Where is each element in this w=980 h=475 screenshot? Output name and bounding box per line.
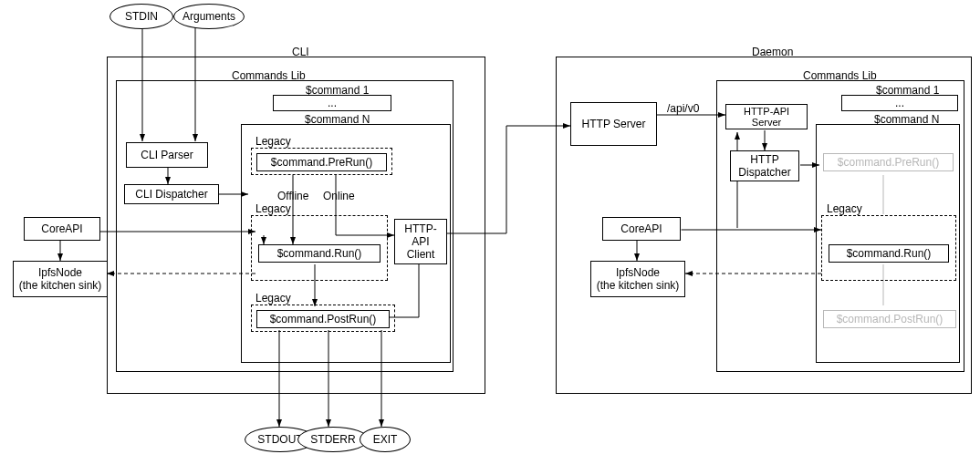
http-api-server: HTTP-API Server: [725, 104, 808, 129]
cli-dispatcher: CLI Dispatcher: [124, 184, 219, 204]
cli-dots: ...: [328, 97, 337, 109]
daemon-postrun-text: $command.PostRun(): [837, 313, 944, 325]
http-server-label: HTTP Server: [582, 118, 646, 130]
daemon-commands-lib-title: Commands Lib: [803, 69, 877, 82]
http-dispatcher-label: HTTP Dispatcher: [733, 153, 797, 179]
daemon-coreapi: CoreAPI: [602, 217, 681, 241]
daemon-postrun: $command.PostRun(): [823, 310, 956, 328]
cli-prerun: $command.PreRun(): [256, 153, 387, 171]
daemon-run: $command.Run(): [829, 244, 949, 263]
cli-offline-label: Offline: [277, 190, 308, 202]
cli-legacy-run-label: Legacy: [255, 202, 291, 215]
arguments-label: Arguments: [182, 10, 235, 23]
cli-dispatcher-label: CLI Dispatcher: [135, 188, 207, 201]
stderr-label: STDERR: [310, 433, 355, 446]
cli-postrun: $command.PostRun(): [256, 310, 390, 328]
daemon-title: Daemon: [752, 46, 793, 58]
cli-legacy-prerun-label: Legacy: [255, 135, 291, 148]
cli-parser-label: CLI Parser: [141, 149, 193, 161]
cli-parser: CLI Parser: [126, 142, 208, 168]
http-api-client: HTTP-API Client: [394, 219, 447, 264]
cli-run-text: $command.Run(): [277, 247, 362, 260]
daemon-ipfsnode: IpfsNode (the kitchen sink): [590, 261, 685, 297]
ipfsnode-left-label: IpfsNode (the kitchen sink): [19, 266, 102, 292]
http-dispatcher: HTTP Dispatcher: [730, 150, 799, 181]
cli-run: $command.Run(): [258, 244, 381, 263]
cli-legacy-postrun-label: Legacy: [255, 292, 291, 305]
http-server: HTTP Server: [570, 102, 657, 146]
daemon-legacy-run-label: Legacy: [827, 202, 862, 215]
daemon-prerun: $command.PreRun(): [823, 153, 954, 171]
cli-prerun-text: $command.PreRun(): [271, 156, 372, 169]
coreapi-left-label: CoreAPI: [41, 222, 82, 235]
api-v0-label: /api/v0: [667, 102, 699, 115]
stderr-node: STDERR: [297, 427, 369, 452]
cli-title: CLI: [292, 46, 309, 58]
exit-node: EXIT: [360, 427, 411, 452]
stdin-label: STDIN: [125, 10, 158, 23]
http-api-client-label: HTTP-API Client: [397, 222, 444, 261]
ipfsnode-left: IpfsNode (the kitchen sink): [13, 261, 108, 297]
arguments-node: Arguments: [173, 4, 245, 29]
cli-online-label: Online: [323, 190, 355, 202]
coreapi-left: CoreAPI: [24, 217, 100, 241]
daemon-coreapi-label: CoreAPI: [620, 222, 662, 235]
cli-postrun-text: $command.PostRun(): [270, 313, 377, 325]
cli-cmd1-box: ...: [273, 95, 391, 111]
stdin-node: STDIN: [109, 4, 173, 29]
daemon-ipfsnode-label: IpfsNode (the kitchen sink): [597, 266, 680, 292]
daemon-cmd1-box: ...: [841, 95, 958, 111]
daemon-prerun-text: $command.PreRun(): [838, 156, 939, 169]
exit-label: EXIT: [373, 433, 398, 446]
stdout-label: STDOUT: [257, 433, 302, 446]
http-api-server-label: HTTP-API Server: [728, 106, 805, 128]
daemon-run-text: $command.Run(): [847, 247, 932, 260]
daemon-dots: ...: [895, 97, 904, 109]
cli-commands-lib-title: Commands Lib: [232, 69, 306, 82]
